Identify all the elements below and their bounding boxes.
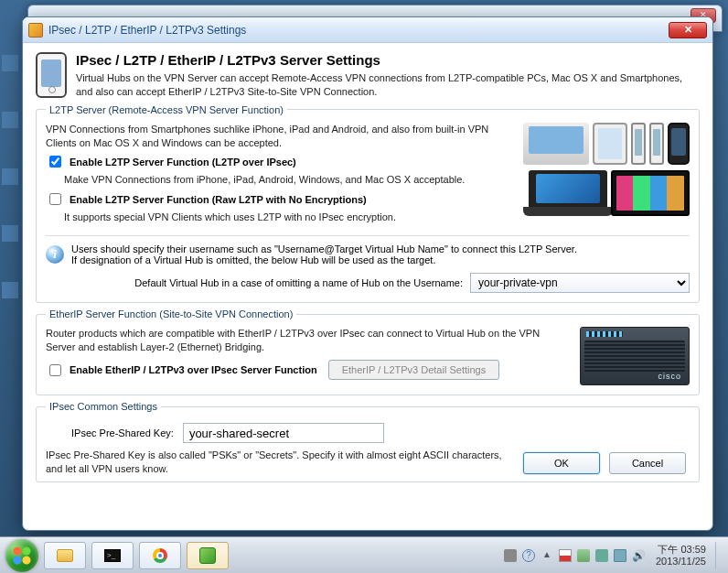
macbook-icon (523, 123, 589, 165)
enable-l2tp-ipsec-checkbox[interactable] (49, 156, 61, 168)
dialog-title: IPsec / L2TP / EtherIP / L2TPv3 Settings (48, 24, 246, 37)
enable-l2tp-raw-label[interactable]: Enable L2TP Server Function (Raw L2TP wi… (70, 194, 367, 205)
dialog-titlebar[interactable]: IPsec / L2TP / EtherIP / L2TPv3 Settings… (23, 17, 712, 43)
tray-help-icon[interactable]: ? (522, 549, 535, 562)
l2tp-legend: L2TP Server (Remote-Access VPN Server Fu… (46, 104, 287, 115)
default-hub-label: Default Virtual Hub in a case of omittin… (134, 277, 463, 288)
close-button[interactable]: ✕ (669, 22, 707, 38)
android-phone-icon (668, 123, 690, 165)
psk-label: IPsec Pre-Shared Key: (71, 427, 174, 438)
chrome-icon (153, 548, 167, 563)
l2tp-server-group: L2TP Server (Remote-Access VPN Server Fu… (36, 104, 700, 304)
devices-illustration (507, 123, 690, 229)
iphone-icon (631, 123, 646, 165)
tray-keyboard-icon[interactable] (504, 549, 517, 562)
ipod-icon (649, 123, 664, 165)
system-tray[interactable]: ? ▲ 🔊 下午 03:59 2013/11/25 (504, 542, 723, 569)
start-button[interactable] (5, 539, 38, 572)
clock-date: 2013/11/25 (656, 556, 706, 567)
enable-etherip-label[interactable]: Enable EtherIP / L2TPv3 over IPsec Serve… (70, 364, 317, 375)
clock-time: 下午 03:59 (656, 544, 706, 555)
taskbar-explorer-button[interactable] (44, 542, 86, 569)
cisco-router-icon (580, 327, 690, 385)
app-icon (28, 23, 43, 38)
tray-flag-icon[interactable] (559, 549, 572, 562)
tray-monitor-icon[interactable] (614, 549, 626, 562)
taskbar[interactable]: >_ ? ▲ 🔊 下午 03:59 2013/11/25 (0, 536, 728, 573)
ipsec-settings-dialog: IPsec / L2TP / EtherIP / L2TPv3 Settings… (22, 16, 713, 531)
tray-chevron-icon[interactable]: ▲ (541, 549, 553, 562)
psk-input[interactable] (183, 423, 384, 443)
enable-l2tp-ipsec-label[interactable]: Enable L2TP Server Function (L2TP over I… (70, 157, 296, 168)
desktop: IPsec / L2TP / EtherIP / L2TPv3 Settings… (0, 0, 728, 573)
taskbar-cmd-button[interactable]: >_ (91, 542, 134, 569)
taskbar-clock[interactable]: 下午 03:59 2013/11/25 (656, 544, 706, 566)
divider (46, 235, 690, 236)
tray-app-icon[interactable] (595, 549, 608, 562)
etherip-legend: EtherIP Server Function (Site-to-Site VP… (46, 308, 296, 319)
cancel-button[interactable]: Cancel (609, 452, 686, 474)
ipad-icon (593, 123, 627, 165)
l2tp-intro: VPN Connections from Smartphones suchlik… (46, 123, 498, 150)
l2tp-ipsec-sub: Make VPN Connections from iPhone, iPad, … (64, 174, 498, 185)
default-hub-select[interactable]: your-private-vpn (470, 273, 690, 293)
ipsec-common-group: IPsec Common Settings IPsec Pre-Shared K… (36, 401, 700, 482)
taskbar-chrome-button[interactable] (139, 542, 181, 569)
dialog-description: Virtual Hubs on the VPN Server can accep… (76, 71, 700, 99)
tray-volume-icon[interactable]: 🔊 (632, 549, 645, 562)
windows-tablet-icon (611, 170, 690, 216)
psk-note: IPsec Pre-Shared Key is also called "PSK… (46, 449, 509, 476)
l2tp-info-line2: If designation of a Virtual Hub is omitt… (71, 254, 577, 265)
dialog-heading: IPsec / L2TP / EtherIP / L2TPv3 Server S… (76, 52, 700, 68)
taskbar-softether-button[interactable] (187, 542, 229, 569)
etherip-group: EtherIP Server Function (Site-to-Site VP… (36, 308, 700, 395)
show-desktop-button[interactable] (715, 542, 723, 569)
dialog-content: IPsec / L2TP / EtherIP / L2TPv3 Server S… (23, 43, 712, 530)
tray-network-icon[interactable] (577, 549, 590, 562)
l2tp-raw-sub: It supports special VPN Clients which us… (64, 211, 498, 222)
smartphone-icon (36, 52, 67, 98)
info-icon: i (46, 245, 64, 264)
enable-l2tp-raw-checkbox[interactable] (49, 193, 61, 205)
ipsec-legend: IPsec Common Settings (46, 401, 161, 412)
softether-icon (199, 547, 216, 564)
etherip-intro: Router products which are compatible wit… (46, 327, 571, 354)
desktop-icons-strip (2, 55, 20, 298)
folder-icon (57, 549, 73, 562)
terminal-icon: >_ (104, 549, 121, 562)
ok-button[interactable]: OK (523, 452, 600, 474)
enable-etherip-checkbox[interactable] (49, 364, 61, 376)
windows-laptop-icon (529, 170, 607, 216)
l2tp-info-line1: Users should specify their username such… (71, 243, 577, 254)
etherip-detail-button[interactable]: EtherIP / L2TPv3 Detail Settings (328, 360, 500, 380)
